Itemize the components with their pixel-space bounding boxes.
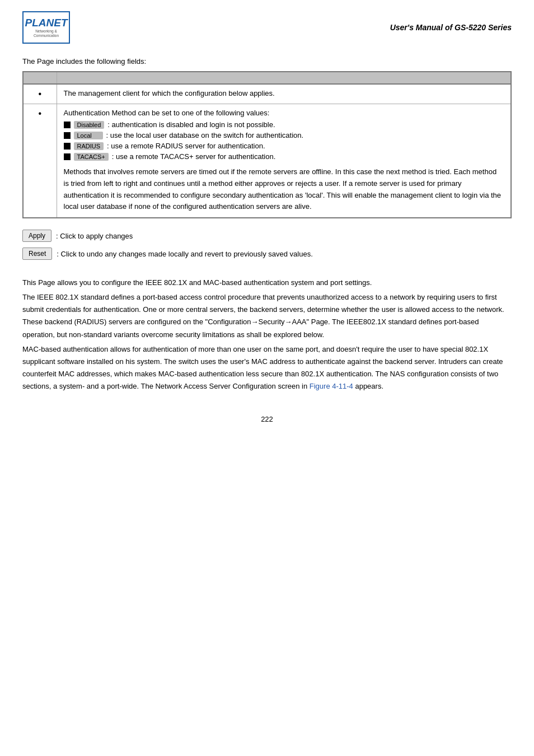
bullet-col-2: •: [23, 104, 57, 218]
auth-text-radius: : use a remote RADIUS server for authent…: [107, 142, 265, 150]
auth-text-disabled: : authentication is disabled and login i…: [107, 120, 275, 129]
table-row: • The management client for which the co…: [23, 84, 511, 104]
table-header-row: [23, 72, 511, 84]
page-footer: 222: [22, 415, 512, 423]
auth-item-tacacs: TACACS+ : use a remote TACACS+ server fo…: [64, 152, 504, 161]
long-description: Methods that involves remote servers are…: [64, 166, 504, 213]
auth-item-radius: RADIUS : use a remote RADIUS server for …: [64, 142, 504, 150]
auth-badge-tacacs: TACACS+: [74, 153, 109, 161]
bullet-square-1: [64, 122, 71, 128]
table-header-col2: [57, 72, 511, 84]
logo-planet-text: PLANET: [25, 17, 68, 29]
bullet-square-3: [64, 143, 71, 150]
main-content: This Page allows you to configure the IE…: [22, 277, 512, 393]
auth-badge-disabled: Disabled: [74, 121, 105, 129]
reset-button[interactable]: Reset: [22, 248, 52, 260]
bullet-col-1: •: [23, 84, 57, 104]
main-para-2: The IEEE 802.1X standard defines a port-…: [22, 291, 512, 340]
auth-list: Disabled : authentication is disabled an…: [64, 120, 504, 161]
row1-text: The management client for which the conf…: [64, 89, 275, 97]
auth-item-local: Local : use the local user database on t…: [64, 131, 504, 139]
apply-description: : Click to apply changes: [56, 232, 133, 240]
bullet-square-4: [64, 153, 71, 160]
auth-badge-radius: RADIUS: [74, 142, 104, 150]
logo-subtitle: Networking & Communication: [26, 29, 66, 39]
figure-link[interactable]: Figure 4-11-4: [310, 382, 353, 390]
table-row: • Authentication Method can be set to on…: [23, 104, 511, 218]
main-para-3: MAC-based authentication allows for auth…: [22, 343, 512, 393]
content-col-1: The management client for which the conf…: [57, 84, 511, 104]
main-para-1: This Page allows you to configure the IE…: [22, 277, 512, 289]
reset-btn-row: Reset : Click to undo any changes made l…: [22, 248, 512, 260]
content-col-2: Authentication Method can be set to one …: [57, 104, 511, 218]
manual-title: User's Manual of GS-5220 Series: [390, 23, 512, 32]
reset-description: : Click to undo any changes made locally…: [57, 250, 312, 258]
auth-intro: Authentication Method can be set to one …: [64, 109, 504, 117]
apply-button[interactable]: Apply: [22, 230, 51, 242]
auth-item-disabled: Disabled : authentication is disabled an…: [64, 120, 504, 129]
intro-text: The Page includes the following fields:: [22, 57, 512, 66]
bullet-square-2: [64, 132, 71, 139]
bullet-2: •: [38, 109, 41, 118]
apply-btn-row: Apply : Click to apply changes: [22, 230, 512, 242]
page-header: PLANET Networking & Communication User's…: [22, 11, 512, 47]
logo-icon: PLANET Networking & Communication: [22, 11, 70, 44]
auth-text-local: : use the local user database on the swi…: [106, 131, 304, 139]
bullet-1: •: [38, 89, 41, 99]
auth-badge-local: Local: [74, 132, 103, 139]
table-header-col1: [23, 72, 57, 84]
description-table: • The management client for which the co…: [22, 71, 512, 218]
auth-text-tacacs: : use a remote TACACS+ server for authen…: [112, 152, 276, 161]
buttons-section: Apply : Click to apply changes Reset : C…: [22, 230, 512, 260]
page-number: 222: [261, 415, 273, 423]
logo: PLANET Networking & Communication: [22, 11, 70, 44]
